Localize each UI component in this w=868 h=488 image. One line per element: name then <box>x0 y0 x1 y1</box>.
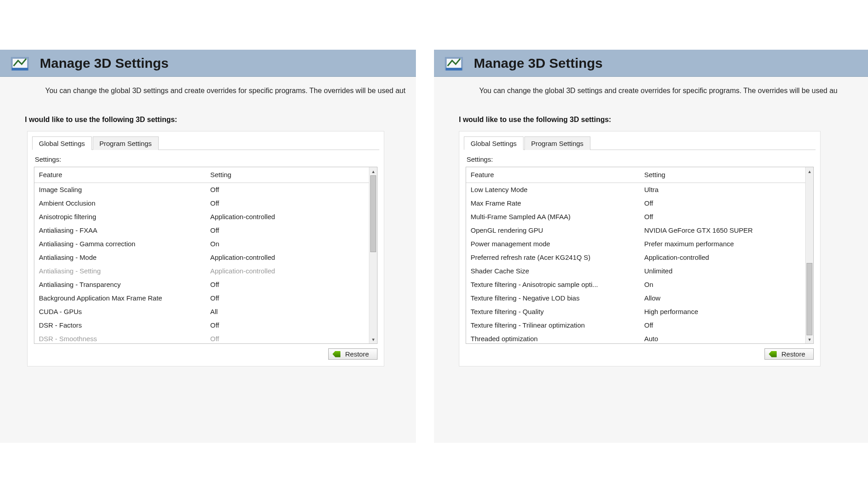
table-row-setting[interactable]: Off <box>206 319 377 332</box>
table-row-feature[interactable]: Anisotropic filtering <box>34 210 206 224</box>
table-row-feature[interactable]: Image Scaling <box>34 183 206 197</box>
table-row-feature[interactable]: Texture filtering - Quality <box>466 305 640 319</box>
tabs: Global Settings Program Settings <box>32 136 379 150</box>
settings-scroll-area[interactable]: Feature Setting Low Latency ModeUltraMax… <box>466 167 813 343</box>
table-row-setting[interactable]: Application-controlled <box>206 264 377 278</box>
table-row-feature[interactable]: Max Frame Rate <box>466 197 640 210</box>
scroll-thumb[interactable] <box>807 263 812 335</box>
panel-right: Manage 3D Settings You can change the gl… <box>434 50 868 443</box>
table-row-setting[interactable]: NVIDIA GeForce GTX 1650 SUPER <box>640 224 813 237</box>
table-row-setting[interactable]: Application-controlled <box>206 251 377 264</box>
col-feature[interactable]: Feature <box>34 167 206 183</box>
table-row-setting[interactable]: Allow <box>640 291 813 305</box>
table-row-setting[interactable]: All <box>206 305 377 319</box>
table-row-feature[interactable]: Threaded optimization <box>466 332 640 343</box>
restore-button-label: Restore <box>345 350 369 358</box>
table-row-feature[interactable]: Texture filtering - Negative LOD bias <box>466 291 640 305</box>
table-row-setting[interactable]: Off <box>206 291 377 305</box>
settings-card: Global Settings Program Settings Setting… <box>27 131 384 366</box>
table-row-feature[interactable]: Antialiasing - Setting <box>34 264 206 278</box>
tab-program-settings[interactable]: Program Settings <box>524 136 590 150</box>
table-row-setting[interactable]: Unlimited <box>640 264 813 278</box>
vertical-scrollbar[interactable]: ▴ ▾ <box>805 167 813 343</box>
tab-global-settings[interactable]: Global Settings <box>464 136 524 150</box>
table-row-setting[interactable]: Application-controlled <box>640 251 813 264</box>
scroll-up-icon[interactable]: ▴ <box>370 168 376 175</box>
restore-button[interactable]: Restore <box>328 348 377 360</box>
table-row-feature[interactable]: Low Latency Mode <box>466 183 640 197</box>
table-row-feature[interactable]: DSR - Factors <box>34 319 206 332</box>
nvidia-logo-icon <box>769 351 777 357</box>
settings-scroll-area[interactable]: Feature Setting Image ScalingOffAmbient … <box>34 167 377 343</box>
table-row-feature[interactable]: Multi-Frame Sampled AA (MFAA) <box>466 210 640 224</box>
table-row-setting[interactable]: High performance <box>640 305 813 319</box>
page-description: You can change the global 3D settings an… <box>0 77 416 103</box>
restore-button[interactable]: Restore <box>764 348 814 360</box>
table-row-feature[interactable]: Power management mode <box>466 237 640 251</box>
table-row-feature[interactable]: Antialiasing - Mode <box>34 251 206 264</box>
table-row-feature[interactable]: Antialiasing - Transparency <box>34 278 206 291</box>
table-row-setting[interactable]: Auto <box>640 332 813 343</box>
section-label: I would like to use the following 3D set… <box>434 103 868 131</box>
table-row-setting[interactable]: Off <box>640 210 813 224</box>
svg-rect-5 <box>446 68 462 70</box>
table-row-feature[interactable]: Background Application Max Frame Rate <box>34 291 206 305</box>
nvidia-app-icon <box>9 52 31 74</box>
table-row-setting[interactable]: On <box>640 278 813 291</box>
table-row-feature[interactable]: CUDA - GPUs <box>34 305 206 319</box>
settings-label: Settings: <box>464 153 816 165</box>
section-label: I would like to use the following 3D set… <box>0 103 416 131</box>
table-row-setting[interactable]: Application-controlled <box>206 210 377 224</box>
settings-card: Global Settings Program Settings Setting… <box>459 131 821 366</box>
table-row-setting[interactable]: Off <box>206 332 377 343</box>
table-row-feature[interactable]: Texture filtering - Trilinear optimizati… <box>466 319 640 332</box>
panel-left: Manage 3D Settings You can change the gl… <box>0 50 416 443</box>
col-setting[interactable]: Setting <box>640 167 813 183</box>
header-bar: Manage 3D Settings <box>0 50 416 77</box>
header-bar: Manage 3D Settings <box>434 50 868 77</box>
scroll-up-icon[interactable]: ▴ <box>807 168 812 175</box>
nvidia-app-icon <box>443 52 465 74</box>
page-title: Manage 3D Settings <box>40 56 169 71</box>
scroll-down-icon[interactable]: ▾ <box>807 336 812 343</box>
scroll-down-icon[interactable]: ▾ <box>370 336 376 343</box>
button-row: Restore <box>464 348 814 360</box>
table-row-feature[interactable]: Ambient Occlusion <box>34 197 206 210</box>
settings-table: Feature Setting Low Latency ModeUltraMax… <box>466 167 814 344</box>
table-row-setting[interactable]: Off <box>640 197 813 210</box>
restore-button-label: Restore <box>781 350 805 358</box>
table-row-feature[interactable]: DSR - Smoothness <box>34 332 206 343</box>
table-row-feature[interactable]: OpenGL rendering GPU <box>466 224 640 237</box>
nvidia-logo-icon <box>332 351 340 357</box>
table-row-setting[interactable]: Off <box>206 278 377 291</box>
table-row-feature[interactable]: Shader Cache Size <box>466 264 640 278</box>
button-row: Restore <box>32 348 377 360</box>
table-row-setting[interactable]: Off <box>640 319 813 332</box>
tab-global-settings[interactable]: Global Settings <box>32 136 92 150</box>
table-row-feature[interactable]: Preferred refresh rate (Acer KG241Q S) <box>466 251 640 264</box>
scroll-thumb[interactable] <box>370 175 376 252</box>
table-row-feature[interactable]: Texture filtering - Anisotropic sample o… <box>466 278 640 291</box>
tabs: Global Settings Program Settings <box>464 136 816 150</box>
vertical-scrollbar[interactable]: ▴ ▾ <box>369 167 377 343</box>
page-description: You can change the global 3D settings an… <box>434 77 868 103</box>
col-feature[interactable]: Feature <box>466 167 640 183</box>
page-title: Manage 3D Settings <box>474 56 603 71</box>
settings-table: Feature Setting Image ScalingOffAmbient … <box>34 167 377 344</box>
svg-rect-2 <box>12 68 28 70</box>
table-row-feature[interactable]: Antialiasing - FXAA <box>34 224 206 237</box>
table-row-setting[interactable]: Prefer maximum performance <box>640 237 813 251</box>
table-row-setting[interactable]: Off <box>206 197 377 210</box>
table-row-setting[interactable]: Off <box>206 183 377 197</box>
col-setting[interactable]: Setting <box>206 167 377 183</box>
table-row-setting[interactable]: Ultra <box>640 183 813 197</box>
table-row-setting[interactable]: Off <box>206 224 377 237</box>
table-row-setting[interactable]: On <box>206 237 377 251</box>
table-row-feature[interactable]: Antialiasing - Gamma correction <box>34 237 206 251</box>
settings-label: Settings: <box>32 153 379 165</box>
tab-program-settings[interactable]: Program Settings <box>93 136 159 150</box>
